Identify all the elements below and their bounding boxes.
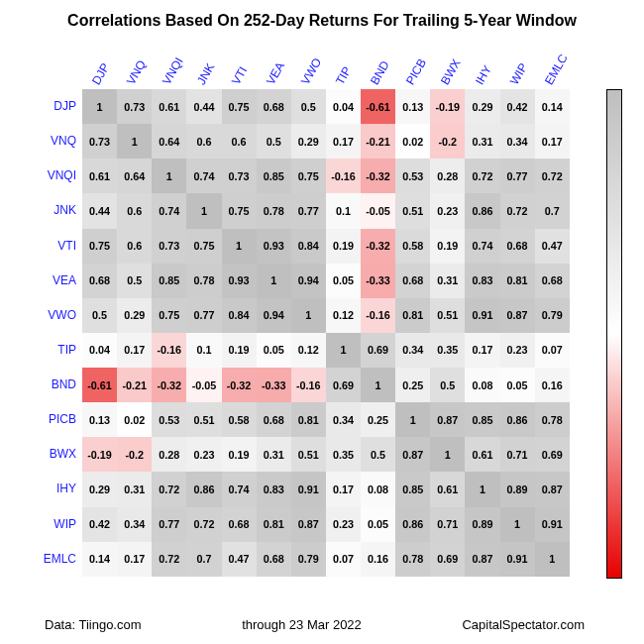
legend-ticks: 10.80.60.40.20-0.2-0.4-0.6-0.8-1 — [622, 89, 642, 579]
cell: -0.21 — [117, 368, 152, 402]
cell: 0.89 — [500, 472, 535, 506]
cell: 0.69 — [361, 333, 395, 368]
cell: 0.13 — [82, 402, 117, 437]
cell: 0.91 — [500, 542, 535, 577]
cell: 0.83 — [465, 264, 499, 298]
cell: 0.35 — [430, 333, 465, 368]
cell: 0.74 — [465, 229, 499, 264]
cell: 0.19 — [430, 229, 465, 264]
cell: -0.16 — [326, 159, 361, 193]
cell: 0.5 — [291, 89, 326, 124]
row-header: EMLC — [35, 542, 82, 577]
cell: 0.89 — [465, 507, 499, 542]
cell: 0.85 — [152, 264, 186, 298]
column-header: TIP — [333, 64, 354, 87]
cell: 0.31 — [465, 124, 499, 159]
cell: 0.1 — [186, 333, 221, 368]
cell: 0.68 — [82, 264, 117, 298]
column-header: VNQI — [159, 55, 185, 87]
cell: 0.64 — [117, 159, 152, 193]
brand: CapitalSpectator.com — [462, 617, 585, 632]
cell: 0.16 — [535, 368, 570, 402]
correlation-matrix: 10.730.610.440.750.680.50.04-0.610.13-0.… — [82, 89, 570, 577]
cell: 0.51 — [395, 193, 430, 228]
cell: 0.7 — [186, 542, 221, 577]
cell: -0.61 — [82, 368, 117, 402]
cell: 0.34 — [117, 507, 152, 542]
cell: 0.69 — [430, 542, 465, 577]
cell: 0.73 — [82, 124, 117, 159]
color-legend — [606, 89, 622, 579]
cell: 0.51 — [186, 402, 221, 437]
cell: 1 — [222, 229, 257, 264]
cell: 0.68 — [222, 507, 257, 542]
cell: 0.86 — [500, 402, 535, 437]
cell: 0.04 — [82, 333, 117, 368]
cell: -0.32 — [361, 159, 395, 193]
cell: 0.87 — [430, 402, 465, 437]
column-header: VWO — [298, 55, 324, 87]
row-header: VTI — [35, 229, 82, 264]
cell: 1 — [257, 264, 291, 298]
cell: -0.19 — [82, 437, 117, 472]
cell: 0.72 — [500, 193, 535, 228]
cell: 0.79 — [535, 298, 570, 333]
cell: 0.17 — [117, 333, 152, 368]
cell: 0.75 — [222, 89, 257, 124]
cell: 1 — [152, 159, 186, 193]
cell: -0.2 — [117, 437, 152, 472]
cell: 0.17 — [117, 542, 152, 577]
cell: -0.21 — [361, 124, 395, 159]
cell: 0.23 — [186, 437, 221, 472]
cell: 0.87 — [395, 437, 430, 472]
cell: 0.53 — [152, 402, 186, 437]
cell: 0.29 — [465, 89, 499, 124]
row-header: BWX — [35, 437, 82, 472]
cell: 0.86 — [186, 472, 221, 506]
cell: 0.71 — [430, 507, 465, 542]
cell: 1 — [465, 472, 499, 506]
cell: 0.61 — [82, 159, 117, 193]
cell: 0.23 — [500, 333, 535, 368]
cell: 0.02 — [395, 124, 430, 159]
cell: 0.05 — [500, 368, 535, 402]
cell: 0.29 — [82, 472, 117, 506]
cell: 0.91 — [535, 507, 570, 542]
cell: -0.33 — [257, 368, 291, 402]
cell: 0.6 — [222, 124, 257, 159]
cell: 0.64 — [152, 124, 186, 159]
cell: 0.35 — [326, 437, 361, 472]
row-header: VNQI — [35, 159, 82, 193]
cell: 0.87 — [535, 472, 570, 506]
cell: 0.68 — [257, 402, 291, 437]
row-header: PICB — [35, 402, 82, 437]
cell: 0.73 — [152, 229, 186, 264]
cell: 0.6 — [186, 124, 221, 159]
cell: 0.85 — [395, 472, 430, 506]
column-header: VTI — [229, 64, 250, 87]
cell: 0.72 — [152, 542, 186, 577]
column-header: VNQ — [124, 57, 149, 87]
cell: 0.73 — [222, 159, 257, 193]
cell: -0.32 — [361, 229, 395, 264]
cell: 0.1 — [326, 193, 361, 228]
cell: 0.17 — [465, 333, 499, 368]
cell: 1 — [500, 507, 535, 542]
row-header: BND — [35, 368, 82, 402]
cell: 0.07 — [535, 333, 570, 368]
cell: 1 — [117, 124, 152, 159]
cell: -0.32 — [152, 368, 186, 402]
cell: 0.94 — [257, 298, 291, 333]
cell: 0.83 — [257, 472, 291, 506]
cell: 1 — [82, 89, 117, 124]
cell: 0.69 — [326, 368, 361, 402]
cell: 0.19 — [222, 437, 257, 472]
cell: 0.04 — [326, 89, 361, 124]
footer: Data: Tiingo.com through 23 Mar 2022 Cap… — [45, 617, 585, 632]
column-header: VEA — [264, 59, 287, 87]
cell: -0.05 — [186, 368, 221, 402]
cell: 0.6 — [117, 193, 152, 228]
cell: 0.58 — [395, 229, 430, 264]
cell: 0.14 — [82, 542, 117, 577]
row-header: VNQ — [35, 124, 82, 159]
